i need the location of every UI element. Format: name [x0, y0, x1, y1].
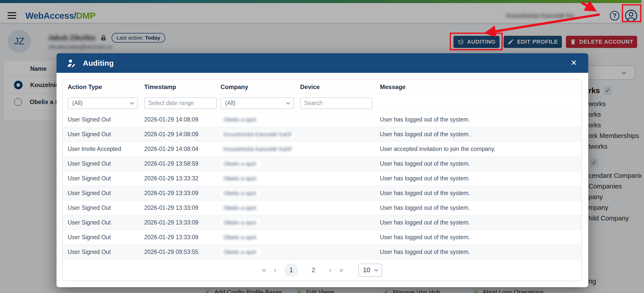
cell-timestamp: 2026-01-29 13:33:09 [144, 234, 220, 241]
table-row: User Signed Out 2026-01-29 13:33:32 Obel… [63, 171, 581, 186]
cell-timestamp: 2026-01-29 13:33:32 [144, 175, 220, 182]
chevron-down-icon [286, 101, 290, 105]
cell-action-type: User Signed Out [68, 116, 144, 123]
cell-action-type: User Signed Out [68, 249, 144, 255]
auditing-modal: Auditing ✕ Action Type Timestamp Company… [57, 53, 588, 287]
device-search-input[interactable] [300, 97, 373, 109]
cell-company: Obelix a spol. [220, 160, 300, 168]
cell-company: Obelix a spol. [220, 189, 300, 197]
pagination-last[interactable]: » [339, 266, 343, 274]
audit-filter-row: (All) (All) [63, 94, 581, 112]
table-row: User Signed Out 2026-01-29 14:08:09 Obel… [63, 112, 581, 127]
table-row: User Signed Out 2026-01-29 13:33:09 Obel… [63, 230, 581, 245]
pagination-previous[interactable]: ‹ [274, 266, 276, 274]
table-row: User Signed Out 2026-01-29 13:33:09 Obel… [63, 201, 581, 215]
cell-timestamp: 2026-01-29 13:33:09 [144, 219, 220, 226]
cell-timestamp: 2026-01-29 13:33:09 [144, 190, 220, 197]
cell-timestamp: 2026-01-29 14:08:04 [144, 146, 220, 152]
cell-company: Kouzelnická Kancelář Kačíř [220, 130, 300, 139]
audit-table-header: Action Type Timestamp Company Device Mes… [63, 80, 581, 94]
company-filter-value: (All) [225, 100, 235, 107]
cell-message: User has logged out of the system. [380, 131, 577, 138]
cell-message: User has logged out of the system. [380, 249, 577, 255]
cell-timestamp: 2026-01-29 14:08:09 [144, 131, 220, 138]
page-size-value: 10 [363, 266, 370, 274]
table-row: User Signed Out 2026-01-29 14:08:09 Kouz… [63, 127, 581, 142]
cell-message: User accepted invitation to join the com… [380, 146, 577, 152]
table-row: User Signed Out 2026-01-29 13:58:59 Obel… [63, 157, 581, 171]
cell-action-type: User Signed Out [68, 175, 144, 182]
cell-company: Obelix a spol. [220, 204, 300, 212]
screen: WebAccess/DMP Kouzelnická Kancelář Kačíř… [0, 0, 644, 293]
pagination-page-2[interactable]: 2 [307, 263, 320, 277]
date-range-input[interactable] [144, 97, 217, 109]
company-blurred-text: Kouzelnická Kancelář Kačíř [220, 145, 295, 153]
cell-message: User has logged out of the system. [380, 190, 577, 197]
table-row: User Signed Out 2026-01-29 09:53:55 Obel… [63, 245, 581, 260]
cell-timestamp: 2026-01-29 14:08:09 [144, 116, 220, 123]
cell-company: Obelix a spol. [220, 175, 300, 183]
company-blurred-text: Kouzelnická Kancelář Kačíř [220, 130, 295, 139]
table-row: User Signed Out 2026-01-29 13:33:09 Obel… [63, 215, 581, 230]
company-blurred-text: Obelix a spol. [220, 116, 260, 124]
pagination-page-1[interactable]: 1 [284, 263, 298, 277]
column-company: Company [220, 83, 300, 91]
column-device: Device [300, 83, 380, 91]
audit-table: Action Type Timestamp Company Device Mes… [62, 79, 582, 281]
company-blurred-text: Obelix a spol. [220, 189, 260, 197]
column-message: Message [380, 83, 577, 91]
cell-message: User has logged out of the system. [380, 219, 577, 226]
cell-company: Obelix a spol. [220, 233, 300, 242]
cell-message: User has logged out of the system. [380, 175, 577, 182]
cell-timestamp: 2026-01-29 09:53:55 [144, 249, 220, 255]
modal-title: Auditing [83, 59, 114, 67]
company-blurred-text: Obelix a spol. [220, 160, 260, 168]
cell-company: Kouzelnická Kancelář Kačíř [220, 145, 300, 153]
cell-action-type: User Signed Out [68, 234, 144, 241]
pagination-next[interactable]: › [329, 266, 331, 274]
pagination-first[interactable]: « [262, 266, 265, 274]
cell-company: Obelix a spol. [220, 219, 300, 227]
company-blurred-text: Obelix a spol. [220, 219, 260, 227]
cell-company: Obelix a spol. [220, 116, 300, 124]
modal-header: Auditing ✕ [57, 53, 588, 73]
table-row: User Signed Out 2026-01-29 13:33:09 Obel… [63, 186, 581, 201]
column-timestamp: Timestamp [144, 83, 220, 91]
cell-action-type: User Signed Out [68, 190, 144, 197]
cell-company: Obelix a spol. [220, 248, 300, 256]
cell-timestamp: 2026-01-29 13:33:09 [144, 204, 220, 211]
company-blurred-text: Obelix a spol. [220, 248, 260, 256]
company-blurred-text: Obelix a spol. [220, 233, 260, 242]
close-icon[interactable]: ✕ [569, 58, 579, 67]
company-filter-select[interactable]: (All) [220, 97, 294, 109]
action-type-filter-value: (All) [72, 100, 83, 107]
cell-action-type: User Signed Out [68, 204, 144, 211]
chevron-down-icon [374, 268, 378, 272]
column-action-type: Action Type [68, 83, 144, 91]
user-edit-icon [67, 58, 76, 68]
cell-action-type: User Invite Accepted [68, 146, 144, 152]
pagination: « ‹ 1 2 › » 10 [63, 260, 581, 281]
cell-message: User has logged out of the system. [380, 204, 577, 211]
company-blurred-text: Obelix a spol. [220, 175, 260, 183]
table-row: User Invite Accepted 2026-01-29 14:08:04… [63, 142, 581, 157]
company-blurred-text: Obelix a spol. [220, 204, 260, 212]
cell-timestamp: 2026-01-29 13:58:59 [144, 160, 220, 167]
chevron-down-icon [130, 101, 134, 105]
cell-message: User has logged out of the system. [380, 234, 577, 241]
cell-message: User has logged out of the system. [380, 116, 577, 123]
page-size-select[interactable]: 10 [358, 264, 382, 277]
action-type-filter-select[interactable]: (All) [68, 97, 138, 109]
cell-action-type: User Signed Out [68, 219, 144, 226]
cell-action-type: User Signed Out [68, 160, 144, 167]
cell-message: User has logged out of the system. [380, 160, 577, 167]
audit-rows: User Signed Out 2026-01-29 14:08:09 Obel… [63, 112, 581, 260]
cell-action-type: User Signed Out [68, 131, 144, 138]
